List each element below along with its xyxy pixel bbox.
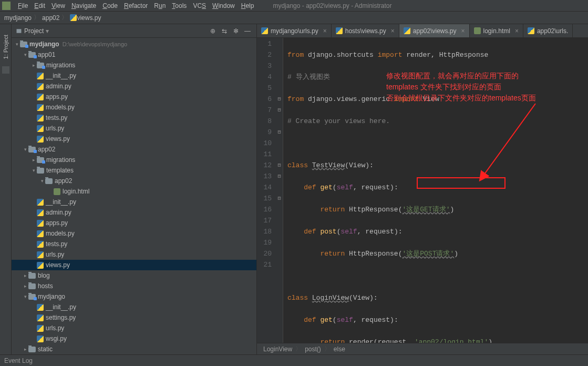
tree-item-selected[interactable]: views.py (12, 260, 256, 270)
tree-label: admin.py (46, 83, 71, 90)
menu-help[interactable]: Help (238, 2, 257, 9)
settings-icon[interactable]: ✻ (231, 26, 241, 36)
crumb-folder[interactable]: app02 (42, 14, 59, 22)
project-tool-tab[interactable]: 1: Project (3, 35, 9, 59)
expand-icon[interactable]: ▸ (30, 157, 37, 162)
tab[interactable]: app02\urls. (523, 24, 573, 37)
tree-item[interactable]: __init__.py (12, 197, 256, 207)
expand-icon[interactable]: ▾ (22, 52, 28, 57)
tree-item[interactable]: urls.py (12, 123, 256, 134)
tree-label: wsgi.py (46, 335, 67, 342)
tree-app01[interactable]: ▾app01 (12, 49, 256, 60)
tab-label: login.html (483, 27, 510, 35)
dropdown-icon[interactable]: ▾ (46, 27, 49, 35)
tab-active[interactable]: app02\views.py× (399, 24, 470, 37)
tree-item[interactable]: apps.py (12, 218, 256, 228)
expand-icon[interactable]: ▾ (22, 294, 28, 299)
close-icon[interactable]: × (515, 27, 519, 35)
menu-refactor[interactable]: Refactor (121, 2, 151, 9)
tree-item[interactable]: urls.py (12, 249, 256, 260)
expand-icon[interactable]: ▾ (14, 42, 20, 47)
tree-item[interactable]: __init__.py (12, 70, 256, 81)
event-log-button[interactable]: Event Log (4, 357, 33, 364)
menu-edit[interactable]: Edit (31, 2, 48, 9)
tree-label: mydjango (38, 293, 65, 300)
expand-icon[interactable]: ▾ (30, 168, 37, 173)
project-icon (16, 28, 22, 34)
tree-item[interactable]: ▾templates (12, 165, 256, 176)
expand-icon[interactable]: ▸ (22, 283, 28, 289)
expand-icon[interactable]: ▾ (22, 147, 28, 152)
close-icon[interactable]: × (323, 27, 327, 35)
hide-panel-icon[interactable]: — (243, 26, 252, 36)
tree-item[interactable]: ▸migrations (12, 60, 256, 70)
tree-label: __init__.py (46, 198, 76, 206)
tree-item[interactable]: ▾app02 (12, 176, 256, 186)
editor-body[interactable]: 123456789101112131415161718192021 ⊟⊟⊟ ⊟⊟… (257, 38, 588, 343)
menu-navigate[interactable]: Navigate (68, 2, 99, 9)
expand-icon[interactable]: ▾ (39, 178, 45, 184)
tree-item[interactable]: admin.py (12, 207, 256, 218)
tree-item[interactable]: wsgi.py (12, 333, 256, 344)
menu-view[interactable]: View (48, 2, 68, 9)
tab[interactable]: hosts\views.py× (332, 24, 399, 37)
expand-icon[interactable]: ▸ (22, 347, 28, 352)
menu-run[interactable]: Run (151, 2, 169, 9)
tree-item[interactable]: tests.py (12, 113, 256, 123)
tab[interactable]: mydjango\urls.py× (257, 24, 332, 37)
tree-item[interactable]: ▸hosts (12, 281, 256, 291)
project-tree[interactable]: ▾ mydjango D:\web\devops\mydjango ▾app01… (12, 38, 256, 354)
scroll-from-source-icon[interactable]: ⊕ (208, 26, 218, 36)
status-branch[interactable]: else (334, 345, 345, 353)
expand-icon[interactable]: ▸ (30, 63, 37, 68)
python-file-icon (70, 14, 77, 21)
crumb-file[interactable]: views.py (70, 14, 101, 22)
tree-item[interactable]: ▸static (12, 344, 256, 354)
menu-window[interactable]: Window (209, 2, 238, 9)
tab[interactable]: login.html× (470, 24, 523, 37)
tree-item[interactable]: __init__.py (12, 302, 256, 312)
tree-item[interactable]: ▾mydjango (12, 291, 256, 302)
crumb-sep-icon: 〉 (61, 13, 68, 22)
menu-file[interactable]: File (15, 2, 31, 9)
crumb-root[interactable]: mydjango (4, 14, 32, 22)
python-file-icon (37, 125, 44, 132)
tree-label: blog (38, 272, 50, 279)
tree-item[interactable]: ▸migrations (12, 155, 256, 165)
fold-gutter[interactable]: ⊟⊟⊟ ⊟⊟⊟ (276, 38, 283, 343)
tree-item[interactable]: urls.py (12, 323, 256, 333)
python-file-icon (37, 136, 44, 143)
tree-item[interactable]: views.py (12, 134, 256, 144)
python-file-icon (37, 115, 44, 121)
tree-label: tests.py (46, 114, 67, 121)
python-file-icon (37, 199, 44, 206)
tree-item[interactable]: apps.py (12, 92, 256, 102)
status-fn[interactable]: post() (305, 345, 321, 353)
menu-tools[interactable]: Tools (169, 2, 190, 9)
close-icon[interactable]: × (461, 27, 465, 35)
collapse-all-icon[interactable]: ⇆ (220, 26, 229, 36)
tree-root[interactable]: ▾ mydjango D:\web\devops\mydjango (12, 39, 256, 49)
expand-icon[interactable]: ▸ (22, 273, 28, 278)
python-file-icon (37, 73, 44, 79)
tree-item[interactable]: ▸blog (12, 270, 256, 281)
structure-tool-icon[interactable] (2, 66, 9, 74)
tree-label: views.py (46, 135, 70, 143)
tree-item[interactable]: admin.py (12, 81, 256, 92)
tree-app02[interactable]: ▾app02 (12, 144, 256, 155)
menu-code[interactable]: Code (99, 2, 121, 9)
tree-item[interactable]: login.html (12, 186, 256, 197)
close-icon[interactable]: × (391, 27, 395, 35)
code-area[interactable]: from django.shortcuts import render, Htt… (283, 38, 588, 343)
menu-vcs[interactable]: VCS (190, 2, 209, 9)
tree-item[interactable]: tests.py (12, 239, 256, 249)
tree-item[interactable]: models.py (12, 228, 256, 239)
python-file-icon (37, 251, 44, 258)
tree-label: views.py (46, 261, 70, 269)
annotation-red: templates 文件夹下找到对应的页面 (386, 82, 501, 93)
tree-item[interactable]: settings.py (12, 312, 256, 323)
status-class[interactable]: LoginView (263, 345, 292, 353)
tree-item[interactable]: models.py (12, 102, 256, 113)
tree-label: urls.py (46, 251, 64, 258)
tree-label: urls.py (46, 125, 64, 132)
